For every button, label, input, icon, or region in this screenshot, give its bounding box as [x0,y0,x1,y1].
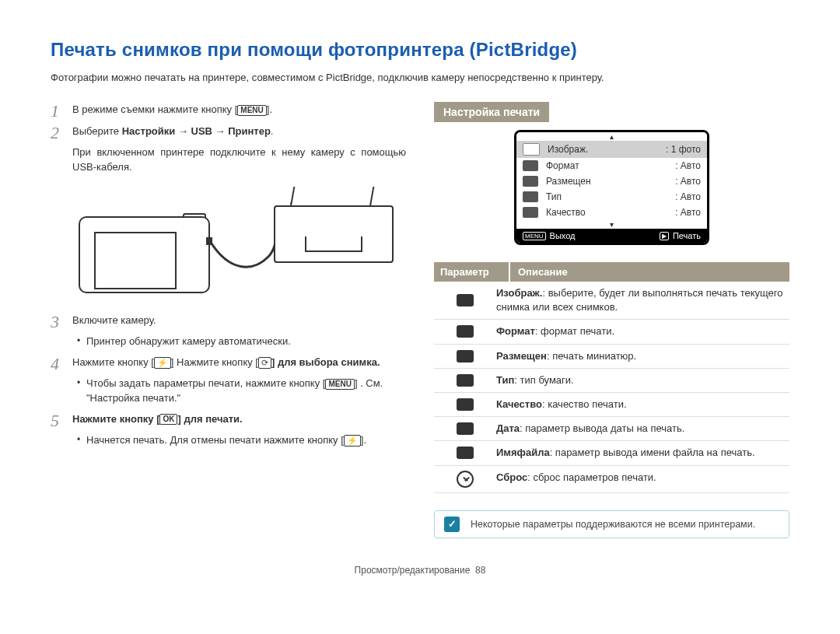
step-number: 1 [51,102,72,121]
param-row-icon [457,422,474,435]
param-row-desc: Качество: качество печати. [496,398,789,412]
step-4: 4 Нажмите кнопку [⚡] Нажмите кнопку [⟳] … [51,355,406,373]
screen-row-icon [523,191,538,202]
screen-row: ТипАвто [516,189,707,205]
th-param: Параметр [434,262,510,282]
screen-footer-exit: Выход [550,231,576,240]
param-row-icon [457,350,474,363]
param-row-desc: Изображ.: выберите, будет ли выполняться… [496,286,789,314]
param-row: Имяфайла: параметр вывода имени файла на… [434,441,789,465]
screen-row-value: Авто [675,207,701,218]
param-row: Дата: параметр вывода даты на печать. [434,417,789,441]
step-1: 1 В режиме съемки нажмите кнопку [MENU]. [51,102,406,121]
camera-screen-preview: ▴ Изображ.1 фотоФорматАвтоРазмещенАвтоТи… [514,130,709,245]
screen-row-label: Размещен [546,176,667,187]
footer-page: 88 [475,565,485,576]
step-5-bullet: Начнется печать. Для отмены печати нажми… [77,433,406,447]
param-row: Формат: формат печати. [434,320,789,344]
camera-drawing [72,210,212,296]
step-number: 3 [51,313,72,331]
step-3: 3 Включите камеру. [51,313,406,331]
camera-printer-illustration [72,187,406,296]
step-3-bullet: Принтер обнаружит камеру автоматически. [77,335,406,349]
screen-row-value: 1 фото [666,144,701,155]
menu-icon: MENU [325,379,354,390]
step-1-text: В режиме съемки нажмите кнопку [72,103,235,115]
step-5-pre: Нажмите кнопку [ [72,413,159,425]
check-icon: ✓ [444,517,460,532]
screen-row-label: Изображ. [548,144,658,155]
step-3-text: Включите камеру. [72,313,406,331]
th-desc: Описание [510,262,789,282]
step-4-tail: ] для выбора снимка. [271,356,380,368]
page-title: Печать снимков при помощи фотопринтера (… [51,39,789,61]
menu-icon: MENU [237,105,266,116]
step-4-mid: ] Нажмите кнопку [ [171,356,258,368]
step-number: 2 [51,124,72,142]
timer-icon: ⟳ [258,357,271,369]
param-row: Изображ.: выберите, будет ли выполняться… [434,282,789,320]
svg-rect-0 [206,237,212,245]
param-row-desc: Тип: тип бумаги. [496,373,789,387]
step-2-note: При включенном принтере подключите к нем… [72,145,406,173]
screen-row-icon [523,143,540,156]
flash-icon: ⚡ [344,435,361,447]
note-text: Некоторые параметры поддерживаются не вс… [471,519,755,530]
step-2-pre: Выберите [72,125,122,137]
param-row: Качество: качество печати. [434,393,789,417]
step-4-pre: Нажмите кнопку [ [72,356,154,368]
param-row: Тип: тип бумаги. [434,369,789,393]
intro-text: Фотографии можно печатать на принтере, с… [51,72,789,83]
print-setup-heading: Настройка печати [434,102,549,122]
param-row: Сброс: сброс параметров печати. [434,466,789,493]
printer-drawing [274,187,406,272]
screen-row-label: Качество [546,207,667,218]
param-row-desc: Размещен: печать миниатюр. [496,349,789,363]
step-4-bullet: Чтобы задать параметры печати, нажмите к… [77,377,406,405]
screen-row-value: Авто [675,176,701,187]
screen-row: КачествоАвто [516,205,707,220]
page-footer: Просмотр/редактирование 88 [51,565,789,576]
param-row-icon [457,471,474,488]
step-2-tail: . [271,125,274,137]
flash-icon: ⚡ [154,357,171,369]
params-table-header: Параметр Описание [434,262,789,282]
screen-row-icon [523,176,538,187]
param-row-icon [457,447,474,459]
step-1-tail: . [269,103,272,115]
step-number: 4 [51,355,72,373]
screen-row-value: Авто [675,160,701,171]
note-box: ✓ Некоторые параметры поддерживаются не … [434,510,789,538]
param-row-icon [457,325,474,338]
screen-row-label: Тип [546,191,667,202]
screen-row: РазмещенАвто [516,173,707,189]
step-number: 5 [51,412,72,430]
step-2: 2 Выберите Настройки → USB → Принтер. [51,124,406,142]
step-5: 5 Нажмите кнопку [OK] для печати. [51,412,406,430]
param-row-icon [457,374,474,387]
menu-chip-icon: MENU [523,232,546,240]
param-row-desc: Имяфайла: параметр вывода имени файла на… [496,446,789,460]
param-row-desc: Сброс: сброс параметров печати. [496,471,789,488]
screen-row-icon [523,160,538,171]
param-row: Размещен: печать миниатюр. [434,345,789,369]
screen-row: ФорматАвто [516,158,707,173]
ok-icon: OK [159,414,177,425]
screen-footer-print: Печать [673,231,701,240]
param-row-desc: Формат: формат печати. [496,324,789,338]
step-5-tail: ] для печати. [177,413,242,425]
screen-row: Изображ.1 фото [516,141,707,158]
play-chip-icon: ▶ [660,232,669,240]
step-2-path: Настройки → USB → Принтер [122,125,271,137]
screen-row-label: Формат [546,160,667,171]
footer-section: Просмотр/редактирование [355,565,471,576]
param-row-icon [457,398,474,411]
screen-row-value: Авто [675,191,701,202]
param-row-desc: Дата: параметр вывода даты на печать. [496,422,789,436]
screen-row-icon [523,207,538,218]
param-row-icon [457,294,474,306]
